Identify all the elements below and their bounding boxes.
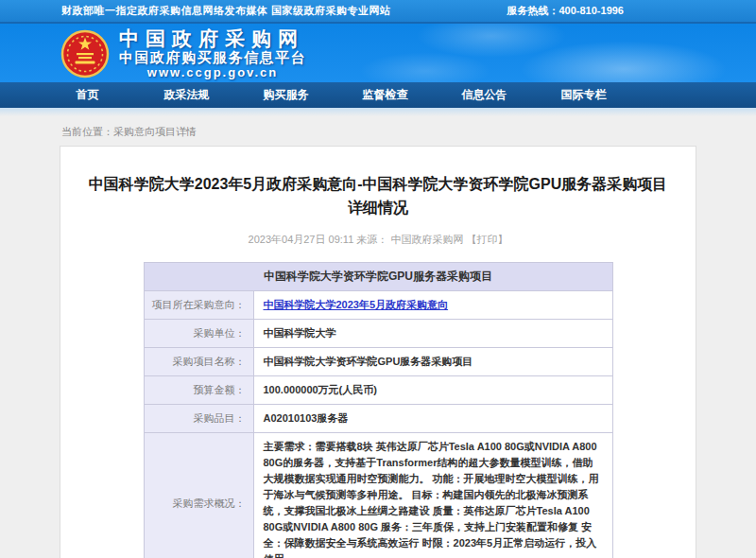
- table-row: 采购需求概况： 主要需求：需要搭载8块 英伟达原厂芯片Tesla A100 80…: [144, 432, 612, 558]
- row-label: 预算金额：: [144, 375, 253, 404]
- top-utility-bar: 财政部唯一指定政府采购信息网络发布媒体 国家级政府采购专业网站 服务热线：400…: [0, 0, 756, 24]
- print-button[interactable]: 【打印】: [466, 234, 507, 245]
- site-url: www.ccgp.gov.cn: [119, 65, 306, 80]
- site-logo[interactable]: 中国政府采购网 中国政府购买服务信息平台 www.ccgp.gov.cn: [60, 28, 306, 80]
- row-label: 采购需求概况：: [144, 432, 253, 558]
- content-card: 中国科学院大学2023年5月政府采购意向-中国科学院大学资环学院GPU服务器采购…: [60, 146, 696, 558]
- site-banner: 中国政府采购网 中国政府购买服务信息平台 www.ccgp.gov.cn: [0, 24, 756, 82]
- row-value: 100.000000万元(人民币): [264, 384, 377, 395]
- site-name: 中国政府采购网: [119, 28, 306, 49]
- table-row: 采购品目： A02010103服务器: [144, 404, 612, 432]
- national-emblem-icon: [60, 29, 110, 78]
- table-row: 采购项目名称： 中国科学院大学资环学院GPU服务器采购项目: [144, 347, 612, 375]
- table-row: 采购单位： 中国科学院大学: [144, 319, 612, 347]
- nav-bottom-strip: [0, 108, 756, 116]
- publish-date: 2023年04月27日 09:11: [249, 234, 354, 245]
- article-meta: 2023年04月27日 09:11 来源： 中国政府采购网 【打印】: [60, 233, 696, 247]
- nav-item[interactable]: 首页: [38, 82, 137, 108]
- row-label: 采购单位：: [144, 319, 253, 347]
- source-label: 来源：: [356, 234, 387, 245]
- breadcrumb: 当前位置：采购意向项目详情: [61, 125, 756, 139]
- source-name: 中国政府采购网: [390, 234, 463, 245]
- table-caption-row: 中国科学院大学资环学院GPU服务器采购项目: [144, 262, 612, 290]
- main-nav: 首页政采法规购买服务监督检查信息公告国际专栏: [0, 82, 756, 108]
- table-row: 预算金额： 100.000000万元(人民币): [144, 375, 612, 404]
- row-value: 中国科学院大学: [264, 327, 336, 339]
- breadcrumb-current: 采购意向项目详情: [113, 126, 197, 137]
- row-value: 中国科学院大学资环学院GPU服务器采购项目: [264, 356, 473, 367]
- nav-item[interactable]: 政采法规: [137, 82, 236, 108]
- row-label: 项目所在采购意向：: [144, 290, 253, 319]
- table-row: 项目所在采购意向： 中国科学院大学2023年5月政府采购意向: [144, 290, 612, 319]
- site-title-block: 中国政府采购网 中国政府购买服务信息平台 www.ccgp.gov.cn: [119, 28, 306, 80]
- nav-item[interactable]: 购买服务: [236, 82, 335, 108]
- row-label: 采购项目名称：: [144, 347, 253, 375]
- table-caption: 中国科学院大学资环学院GPU服务器采购项目: [144, 262, 612, 290]
- site-slogan: 财政部唯一指定政府采购信息网络发布媒体 国家级政府采购专业网站: [61, 4, 391, 18]
- nav-item[interactable]: 国际专栏: [534, 82, 633, 108]
- intention-link[interactable]: 中国科学院大学2023年5月政府采购意向: [264, 299, 449, 310]
- cloud-decoration: [359, 52, 491, 82]
- nav-item[interactable]: 监督检查: [335, 82, 435, 108]
- breadcrumb-prefix: 当前位置：: [61, 126, 113, 137]
- row-value: 主要需求：需要搭载8块 英伟达原厂芯片Tesla A100 80G或NVIDIA…: [264, 441, 599, 558]
- site-subtitle: 中国政府购买服务信息平台: [119, 49, 306, 65]
- row-value: A02010103服务器: [264, 412, 349, 424]
- nav-item[interactable]: 信息公告: [435, 82, 534, 108]
- detail-table: 中国科学院大学资环学院GPU服务器采购项目 项目所在采购意向： 中国科学院大学2…: [144, 262, 613, 558]
- service-hotline: 服务热线：400-810-1996: [507, 4, 624, 18]
- row-label: 采购品目：: [144, 404, 253, 432]
- page-title: 中国科学院大学2023年5月政府采购意向-中国科学院大学资环学院GPU服务器采购…: [85, 173, 671, 220]
